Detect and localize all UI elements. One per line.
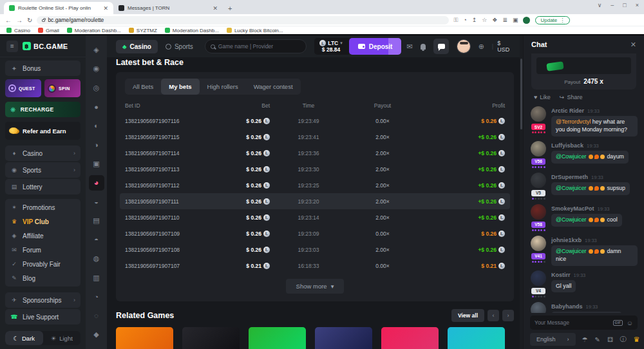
rules-pencil-icon[interactable]: ✎ xyxy=(595,336,600,343)
share-icon[interactable]: ↥ xyxy=(472,17,477,23)
address-bar[interactable]: bc.game/game/roulette xyxy=(37,16,449,24)
user-mention[interactable]: @Cowjuicer xyxy=(556,153,588,160)
bcgame-logo[interactable]: ฿ BC.GAME xyxy=(23,42,68,50)
rain-icon[interactable]: ☂ xyxy=(582,336,588,343)
chat-message[interactable]: V41johnie1kxb19:33@Cowjuicer damn nice xyxy=(530,236,638,266)
table-row[interactable]: 138219056971907109$ 0.26Ł19:23:090.00×$ … xyxy=(125,225,505,241)
table-row[interactable]: 138219056971907115$ 0.26Ł19:23:412.00×+$… xyxy=(125,129,505,145)
balance-selector[interactable]: Ł LTC ▾ $ 28.84 xyxy=(314,38,348,55)
dice-icon[interactable]: ⚃ xyxy=(607,336,613,343)
slots-icon[interactable]: ◉ xyxy=(89,61,104,77)
dark-mode-button[interactable]: ☾ Dark xyxy=(5,331,43,345)
update-button[interactable]: Update⋮ xyxy=(535,16,570,24)
bookmark-item[interactable]: Moderation Dashb... xyxy=(67,28,121,33)
bc-originals-icon[interactable]: ● xyxy=(89,99,104,115)
gif-icon[interactable]: GIF xyxy=(613,320,623,326)
game-thumbnail-orange-game[interactable] xyxy=(116,327,173,349)
key-icon[interactable]: ⚿ xyxy=(453,17,458,24)
tab-casino[interactable]: ♣ Casino xyxy=(116,40,158,53)
trophy-icon[interactable]: ♛ xyxy=(634,335,640,344)
tab-close-icon[interactable]: ✕ xyxy=(103,5,108,12)
user-mention[interactable]: @Cowjuicer xyxy=(556,248,588,254)
chat-message[interactable]: V4Kostirr19:33Gl yall xyxy=(530,270,638,297)
bet-tab-high-rollers[interactable]: High rollers xyxy=(200,79,246,95)
extensions-icon[interactable]: ❖ xyxy=(492,17,497,23)
sidebar-item-sponsorships[interactable]: ✈Sponsorships› xyxy=(5,292,80,308)
menu-chevron-icon[interactable]: ∨ xyxy=(598,2,602,8)
game-shows-icon[interactable]: ▥ xyxy=(89,270,104,285)
show-more-button[interactable]: Show more ▾ xyxy=(286,279,345,294)
quest-tile[interactable]: QUEST xyxy=(5,79,41,97)
game-search[interactable] xyxy=(205,39,307,53)
coins-icon[interactable]: ◐ xyxy=(89,118,104,133)
bet-tab-wager-contest[interactable]: Wager contest xyxy=(246,79,301,95)
table-games-icon[interactable]: ◍ xyxy=(89,251,104,267)
sidebar-item-blog[interactable]: ✎Blog xyxy=(5,271,80,285)
bookmark-item[interactable]: Casino xyxy=(6,28,30,33)
minimize-button[interactable]: – xyxy=(611,2,614,8)
roulette-icon[interactable]: ◕ xyxy=(89,175,104,191)
carousel-next-button[interactable]: › xyxy=(502,310,514,321)
bet-tab-my-bets[interactable]: My bets xyxy=(161,79,199,95)
search-games-icon[interactable]: ◈ xyxy=(89,42,104,57)
language-selector[interactable]: English › xyxy=(530,333,576,346)
close-window-button[interactable]: × xyxy=(636,2,639,8)
share-button[interactable]: ↪Share xyxy=(560,94,583,100)
back-button[interactable]: ← xyxy=(5,17,12,24)
list-icon[interactable]: ≣ xyxy=(502,17,507,23)
chat-message[interactable]: V43Babyhands19:33@Cowjuicer nice xyxy=(530,302,638,314)
bookmark-item[interactable]: Moderation Dashb... xyxy=(165,28,219,33)
main-scrollbar[interactable] xyxy=(520,35,523,349)
chat-toggle-button[interactable] xyxy=(433,39,449,54)
user-avatar[interactable] xyxy=(457,39,471,53)
crash-icon[interactable]: ◒ xyxy=(89,194,104,209)
bookmark-star-icon[interactable]: ☆ xyxy=(482,17,487,23)
maximize-button[interactable]: □ xyxy=(623,2,626,8)
reload-button[interactable]: ↻ xyxy=(27,17,32,24)
user-mention[interactable]: @Cowjuicer xyxy=(556,185,588,191)
carousel-prev-button[interactable]: ‹ xyxy=(488,310,499,321)
profile-avatar[interactable] xyxy=(523,17,530,24)
new-releases-icon[interactable]: ◆ xyxy=(89,327,104,343)
dice-icon[interactable]: ◌ xyxy=(89,308,104,323)
lottery-icon[interactable]: ▤ xyxy=(89,213,104,229)
poker-icon[interactable]: ◓ xyxy=(89,232,104,247)
search-input[interactable] xyxy=(218,43,301,50)
forward-button[interactable]: → xyxy=(16,17,23,24)
spin-tile[interactable]: SPIN xyxy=(44,79,80,97)
notifications-bell-icon[interactable] xyxy=(421,44,426,50)
chat-message[interactable]: SV2Arctic Rider19:33@Terrordvctyl hey wh… xyxy=(530,106,638,137)
table-row[interactable]: 138219056971907113$ 0.26Ł19:23:302.00×+$… xyxy=(125,161,505,177)
sidebar-item-promotions[interactable]: ✶Promotions xyxy=(5,200,80,214)
bookmark-item[interactable]: Gmail xyxy=(38,28,59,33)
like-button[interactable]: ♥Like xyxy=(534,94,551,100)
table-row[interactable]: 138219056971907111$ 0.26Ł19:23:202.00×+$… xyxy=(120,193,510,209)
frame-games-icon[interactable]: ▣ xyxy=(89,156,104,171)
sidebar-item-casino[interactable]: ♦Casino› xyxy=(5,146,80,161)
user-mention[interactable]: @Cowjuicer xyxy=(556,216,588,223)
vault-icon[interactable]: ✉ xyxy=(406,42,412,51)
view-all-button[interactable]: View all xyxy=(451,309,484,322)
bookmark-item[interactable]: Lucky Block Bitcoin... xyxy=(227,28,283,33)
new-tab-button[interactable]: + xyxy=(228,5,232,12)
recharge-tile[interactable]: ❋ RECHARGE xyxy=(5,102,80,117)
sidebar-item-forum[interactable]: ✉Forum xyxy=(5,243,80,257)
chat-message[interactable]: V58SmokeyMacPot19:33@Cowjuicer cool xyxy=(530,204,638,231)
sidebar-item-sports[interactable]: ◉Sports› xyxy=(5,162,80,178)
chat-message-input[interactable]: GIF ☺ xyxy=(530,316,638,330)
game-thumbnail-pink-game[interactable] xyxy=(381,327,439,349)
bookmark-item[interactable]: SYZTMZ xyxy=(129,28,157,33)
close-icon[interactable]: ✕ xyxy=(630,41,636,49)
refer-and-earn[interactable]: Refer and Earn xyxy=(5,122,80,140)
sidebar-item-vip-club[interactable]: ♛VIP Club xyxy=(5,214,80,229)
globe-icon[interactable]: ⊕ xyxy=(478,42,484,51)
tab-sports[interactable]: Sports xyxy=(159,40,200,53)
game-thumbnail-black-cat-game[interactable] xyxy=(182,327,240,349)
light-mode-button[interactable]: ☀ Light xyxy=(43,331,81,345)
user-mention[interactable]: @Terrordvctyl xyxy=(556,118,592,125)
chat-message[interactable]: V5DrSupermeth19:33@Cowjuicer supsup xyxy=(530,173,638,200)
sidepanel-icon[interactable]: ▣ xyxy=(513,17,518,23)
table-row[interactable]: 138219056971907116$ 0.26Ł19:23:490.00×$ … xyxy=(125,113,505,129)
game-thumbnail-night-city-game[interactable] xyxy=(315,327,372,349)
info-icon[interactable]: ⓘ xyxy=(620,335,627,344)
